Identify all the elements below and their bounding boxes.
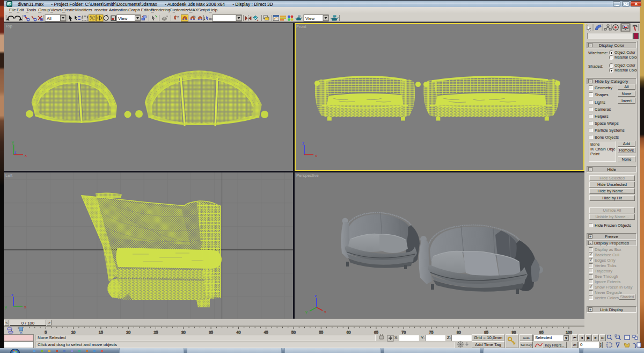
svg-text:View: View [118, 16, 127, 21]
svg-text:All: All [47, 16, 52, 21]
svg-text:85: 85 [484, 330, 488, 334]
svg-text:z: z [14, 150, 17, 155]
svg-text:x: x [324, 309, 326, 314]
svg-text:50: 50 [291, 330, 296, 334]
svg-text:%: % [193, 15, 196, 18]
svg-text:40: 40 [237, 330, 241, 334]
svg-text:z: z [11, 292, 13, 297]
svg-text:55: 55 [319, 330, 323, 334]
svg-text:75: 75 [429, 330, 434, 334]
svg-text:10: 10 [71, 330, 76, 334]
svg-text:y: y [305, 309, 308, 314]
svg-text:y: y [12, 140, 14, 145]
svg-text:15: 15 [99, 330, 103, 334]
svg-text:95: 95 [539, 330, 544, 334]
svg-text:z: z [314, 293, 317, 298]
svg-text:x: x [24, 305, 26, 309]
svg-text:60: 60 [347, 330, 351, 334]
svg-text:45: 45 [264, 330, 268, 334]
svg-text:90: 90 [512, 330, 516, 334]
svg-text:35: 35 [209, 330, 213, 334]
svg-text:25: 25 [154, 330, 158, 334]
svg-text:20: 20 [126, 330, 130, 334]
svg-text:65: 65 [374, 330, 378, 334]
svg-text:5: 5 [45, 330, 47, 334]
svg-text:100: 100 [566, 330, 572, 334]
svg-text:2: 2 [177, 16, 179, 19]
svg-text:View: View [305, 16, 314, 21]
svg-text:y: y [5, 305, 7, 309]
svg-text:z: z [302, 141, 304, 146]
svg-text:30: 30 [181, 330, 186, 334]
svg-text:x: x [25, 153, 27, 158]
svg-text:x: x [315, 153, 317, 158]
svg-text:80: 80 [457, 330, 461, 334]
svg-text:70: 70 [401, 330, 406, 334]
